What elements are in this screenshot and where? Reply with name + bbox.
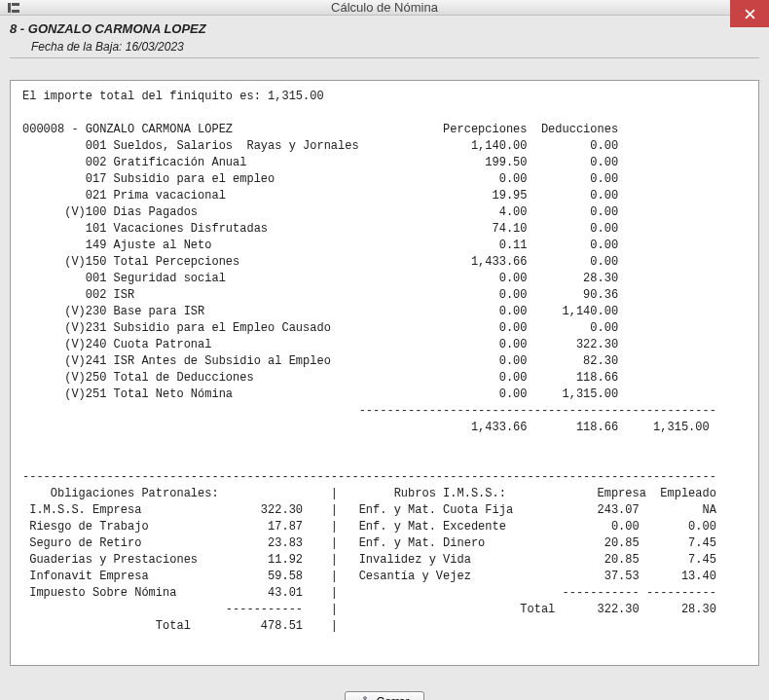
app-icon — [6, 0, 21, 16]
employee-header: 8 - GONZALO CARMONA LOPEZ Fecha de la Ba… — [0, 16, 769, 68]
anchor-icon — [359, 696, 371, 700]
svg-point-3 — [364, 697, 367, 700]
baja-date: Fecha de la Baja: 16/03/2023 — [10, 40, 759, 58]
payroll-window: Cálculo de Nómina 8 - GONZALO CARMONA LO… — [0, 0, 769, 700]
svg-rect-0 — [8, 3, 11, 13]
window-title: Cálculo de Nómina — [331, 0, 438, 15]
payroll-report: El importe total del finiquito es: 1,315… — [10, 80, 759, 666]
content-area: El importe total del finiquito es: 1,315… — [0, 68, 769, 685]
footer-bar: Cerrar — [0, 685, 769, 700]
employee-name: 8 - GONZALO CARMONA LOPEZ — [10, 21, 759, 36]
close-button[interactable]: Cerrar — [345, 691, 423, 700]
window-close-button[interactable] — [730, 0, 769, 27]
close-button-label: Cerrar — [376, 695, 409, 700]
svg-rect-2 — [12, 10, 19, 13]
title-bar: Cálculo de Nómina — [0, 0, 769, 16]
svg-rect-1 — [12, 3, 19, 6]
close-icon — [745, 9, 755, 19]
